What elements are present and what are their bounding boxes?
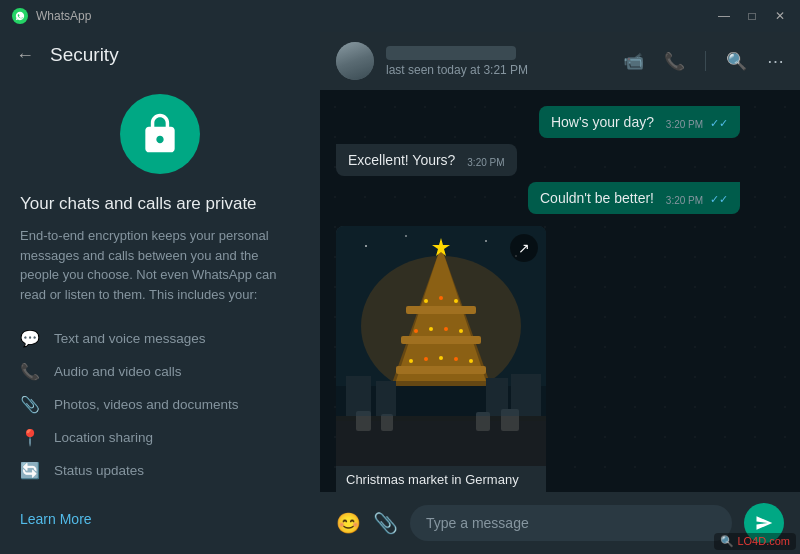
message-bubble-incoming-1: Excellent! Yours? 3:20 PM [336, 144, 517, 176]
maximize-button[interactable]: □ [744, 9, 760, 23]
app-container: ← Security Your chats and calls are priv… [0, 32, 800, 554]
message-time-2: 3:20 PM [467, 157, 504, 168]
svg-point-22 [469, 359, 473, 363]
feature-text-voice: 💬 Text and voice messages [20, 322, 300, 355]
chat-info: last seen today at 3:21 PM [386, 46, 611, 77]
message-bubble-outgoing-2: Couldn't be better! 3:20 PM ✓✓ [528, 182, 740, 214]
more-options-button[interactable]: ⋯ [767, 51, 784, 72]
image-placeholder [336, 226, 546, 466]
svg-rect-26 [376, 381, 396, 416]
video-call-button[interactable]: 📹 [623, 51, 644, 72]
back-button[interactable]: ← [16, 45, 34, 66]
message-ticks-2: ✓✓ [710, 193, 728, 205]
svg-rect-34 [336, 416, 546, 466]
svg-point-4 [485, 240, 487, 242]
share-button[interactable]: ↗ [510, 234, 538, 262]
message-row-3: Couldn't be better! 3:20 PM ✓✓ [336, 182, 740, 214]
feature-status: 🔄 Status updates [20, 454, 300, 487]
security-description: End-to-end encryption keeps your persona… [20, 226, 300, 304]
svg-point-14 [414, 329, 418, 333]
feature-text-voice-label: Text and voice messages [54, 331, 206, 346]
security-main-title: Your chats and calls are private [20, 194, 300, 214]
message-row-2: Excellent! Yours? 3:20 PM [336, 144, 740, 176]
svg-point-11 [424, 299, 428, 303]
christmas-market-svg [336, 226, 546, 466]
svg-point-13 [454, 299, 458, 303]
contact-name [386, 46, 516, 60]
svg-point-20 [439, 356, 443, 360]
status-icon: 🔄 [20, 461, 40, 480]
lock-icon [138, 112, 182, 156]
image-caption: Christmas market in Germany [336, 466, 546, 492]
image-message: ↗ Christmas market in Germany 3:20 PM [336, 226, 546, 492]
svg-rect-9 [401, 336, 481, 344]
svg-point-17 [459, 329, 463, 333]
attachment-button[interactable]: 📎 [373, 511, 398, 535]
message-ticks-1: ✓✓ [710, 117, 728, 129]
svg-point-18 [409, 359, 413, 363]
security-panel-title: Security [50, 44, 119, 66]
feature-location-label: Location sharing [54, 430, 153, 445]
text-voice-icon: 💬 [20, 329, 40, 348]
window-controls: — □ ✕ [716, 9, 788, 23]
avatar-image [336, 42, 374, 80]
app-title: WhatsApp [36, 9, 91, 23]
emoji-button[interactable]: 😊 [336, 511, 361, 535]
audio-video-icon: 📞 [20, 362, 40, 381]
close-button[interactable]: ✕ [772, 9, 788, 23]
security-content: Your chats and calls are private End-to-… [0, 194, 320, 554]
svg-rect-25 [346, 376, 371, 416]
watermark-brand: LO4D [737, 535, 766, 547]
watermark: 🔍 LO4D.com [714, 533, 796, 550]
titlebar: WhatsApp — □ ✕ [0, 0, 800, 32]
send-icon [755, 514, 773, 532]
message-input[interactable] [410, 505, 732, 541]
app-icon [12, 8, 28, 24]
message-row-1: How's your day? 3:20 PM ✓✓ [336, 106, 740, 138]
svg-rect-10 [396, 366, 486, 374]
svg-point-19 [424, 357, 428, 361]
contact-status: last seen today at 3:21 PM [386, 63, 611, 77]
feature-status-label: Status updates [54, 463, 144, 478]
message-bubble-outgoing-1: How's your day? 3:20 PM ✓✓ [539, 106, 740, 138]
feature-audio-video: 📞 Audio and video calls [20, 355, 300, 388]
learn-more-link[interactable]: Learn More [20, 507, 92, 531]
location-icon: 📍 [20, 428, 40, 447]
contact-avatar [336, 42, 374, 80]
security-header: ← Security [0, 32, 320, 78]
chat-actions: 📹 📞 🔍 ⋯ [623, 51, 784, 72]
feature-audio-video-label: Audio and video calls [54, 364, 182, 379]
feature-photos-docs: 📎 Photos, videos and documents [20, 388, 300, 421]
lock-icon-container [120, 94, 200, 174]
minimize-button[interactable]: — [716, 9, 732, 23]
messages-area: How's your day? 3:20 PM ✓✓ Excellent! Yo… [320, 90, 800, 492]
photos-docs-icon: 📎 [20, 395, 40, 414]
feature-photos-docs-label: Photos, videos and documents [54, 397, 239, 412]
svg-point-16 [444, 327, 448, 331]
watermark-tld: .com [766, 535, 790, 547]
actions-divider [705, 51, 706, 71]
svg-rect-8 [406, 306, 476, 314]
svg-point-3 [405, 235, 407, 237]
voice-call-button[interactable]: 📞 [664, 51, 685, 72]
message-row-4: ↗ Christmas market in Germany 3:20 PM [336, 226, 740, 492]
svg-point-2 [365, 245, 367, 247]
message-time-3: 3:20 PM [666, 195, 703, 206]
message-text-1: How's your day? [551, 114, 654, 130]
svg-point-21 [454, 357, 458, 361]
message-text-2: Excellent! Yours? [348, 152, 455, 168]
message-text-3: Couldn't be better! [540, 190, 654, 206]
feature-list: 💬 Text and voice messages 📞 Audio and vi… [20, 322, 300, 487]
feature-location: 📍 Location sharing [20, 421, 300, 454]
svg-point-15 [429, 327, 433, 331]
search-button[interactable]: 🔍 [726, 51, 747, 72]
security-panel: ← Security Your chats and calls are priv… [0, 32, 320, 554]
chat-header: last seen today at 3:21 PM 📹 📞 🔍 ⋯ [320, 32, 800, 90]
svg-point-12 [439, 296, 443, 300]
titlebar-left: WhatsApp [12, 8, 91, 24]
chat-panel: last seen today at 3:21 PM 📹 📞 🔍 ⋯ How's… [320, 32, 800, 554]
message-time-1: 3:20 PM [666, 119, 703, 130]
watermark-text: 🔍 [720, 535, 737, 547]
